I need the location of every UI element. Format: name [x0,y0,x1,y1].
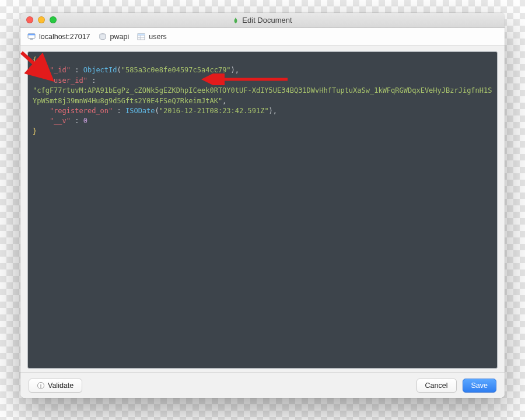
code-objectid-fn: ObjectId [83,66,117,74]
breadcrumb-database[interactable]: pwapi [99,33,130,41]
window-title: Edit Document [242,16,292,24]
breadcrumb: localhost:27017 pwapi users [20,28,505,46]
code-userid-val: "cfgF77rtuvM:APA91bEgPz_cZONk5gEZKDhpICe… [33,86,492,104]
window-controls [26,16,57,23]
code-comma: , [273,107,277,115]
code-close-brace: } [33,127,37,135]
breadcrumb-database-label: pwapi [110,33,130,41]
code-open-brace: { [33,56,37,64]
code-comma: , [235,66,239,74]
svg-rect-1 [28,33,35,35]
code-open-paren: ( [117,66,121,74]
code-colon: : [88,76,100,85]
editor-area: { "_id" : ObjectId("585a3c0e8fe04597c5a4… [20,46,505,372]
zoom-window-button[interactable] [50,16,57,23]
code-colon: : [71,66,83,74]
cancel-button[interactable]: Cancel [416,379,457,393]
cancel-button-label: Cancel [425,382,448,390]
code-colon: : [113,107,125,115]
code-open-paren: ( [155,107,159,115]
code-v-val: 0 [83,117,88,125]
warning-icon: ! [37,382,44,389]
code-comma: , [222,97,226,105]
breadcrumb-host-label: localhost:27017 [39,33,90,41]
document-editor[interactable]: { "_id" : ObjectId("585a3c0e8fe04597c5a4… [27,51,498,369]
code-key-v: "__v" [50,117,71,125]
code-key-userid: "user_id" [50,76,88,85]
code-colon: : [71,117,83,125]
save-button[interactable]: Save [463,379,497,393]
code-objectid-val: "585a3c0e8fe04597c5a4cc79" [121,66,231,74]
breadcrumb-collection[interactable]: users [137,33,167,41]
code-close-paren: ) [231,66,235,74]
breadcrumb-collection-label: users [149,33,167,41]
save-button-label: Save [471,382,488,390]
database-icon [99,33,107,40]
code-key-registered: "registered_on" [50,107,113,115]
breadcrumb-host[interactable]: localhost:27017 [27,33,90,41]
edit-document-window: Edit Document localhost:27017 pwapi [20,13,505,398]
code-close-paren: ) [269,107,273,115]
validate-button[interactable]: ! Validate [29,379,82,393]
validate-button-label: Validate [48,382,74,390]
mongodb-leaf-icon [233,18,239,23]
svg-rect-2 [30,38,33,40]
footer: ! Validate Cancel Save [20,372,505,398]
minimize-window-button[interactable] [38,16,45,23]
close-window-button[interactable] [26,16,33,23]
collection-icon [137,33,145,40]
host-icon [27,33,36,40]
code-key-id: "_id" [50,66,71,74]
code-isodate-val: "2016-12-21T08:23:42.591Z" [159,107,269,115]
titlebar: Edit Document [20,13,505,28]
svg-rect-8 [138,33,145,35]
code-isodate-fn: ISODate [125,107,155,115]
